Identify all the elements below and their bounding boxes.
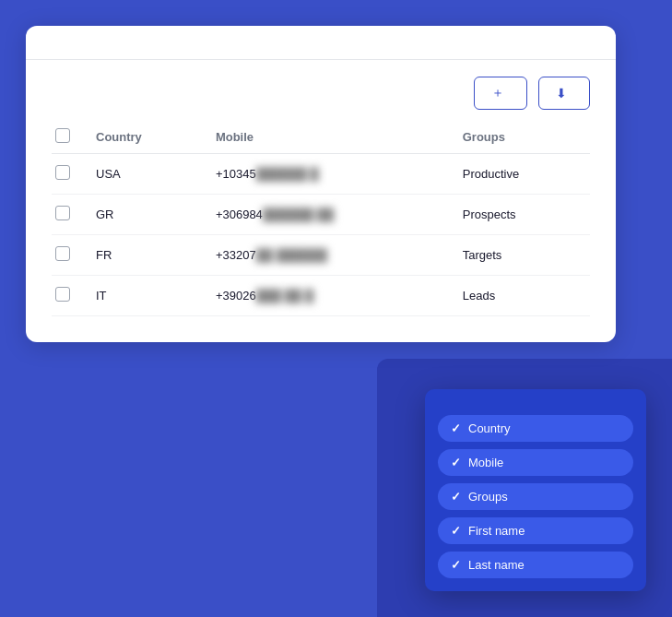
- create-contact-button[interactable]: ＋: [474, 77, 527, 110]
- col-header-mobile: Mobile: [205, 121, 452, 154]
- row-groups: Prospects: [452, 195, 590, 235]
- row-checkbox-cell: [52, 276, 85, 316]
- row-mobile: +33207██ ██████: [205, 235, 452, 276]
- checkmark-icon: ✓: [451, 490, 461, 504]
- row-mobile-blur: ██ ██████: [256, 248, 327, 262]
- checkmark-icon: ✓: [451, 456, 461, 469]
- table-row: FR +33207██ ██████ Targets: [52, 235, 590, 276]
- col-option-label: Last name: [468, 558, 525, 572]
- columns-dropdown: ✓ Country ✓ Mobile ✓ Groups ✓ First name…: [425, 389, 646, 591]
- contacts-card: ＋ ⬇ Country Mobile Groups: [26, 26, 616, 342]
- row-checkbox-0[interactable]: [55, 165, 70, 180]
- row-country: USA: [85, 154, 205, 195]
- row-groups: Targets: [452, 235, 590, 276]
- toolbar: ＋ ⬇: [26, 60, 616, 121]
- row-mobile-blur: ██████ █: [256, 167, 319, 181]
- row-groups: Productive: [452, 154, 590, 195]
- table-header-row: Country Mobile Groups: [52, 121, 590, 154]
- table-row: USA +10345██████ █ Productive: [52, 154, 590, 195]
- row-checkbox-cell: [52, 154, 85, 195]
- col-option-label: First name: [468, 524, 525, 538]
- col-option-first-name[interactable]: ✓ First name: [438, 517, 633, 544]
- row-checkbox-cell: [52, 195, 85, 235]
- row-mobile: +39026███ ██ █: [205, 276, 452, 316]
- col-header-country: Country: [85, 121, 205, 154]
- col-option-label: Groups: [468, 490, 508, 504]
- col-option-label: Country: [468, 421, 511, 435]
- table-area: Country Mobile Groups USA +10345██████ █…: [26, 121, 616, 342]
- table-row: GR +306984██████ ██ Prospects: [52, 195, 590, 235]
- row-checkbox-cell: [52, 235, 85, 276]
- col-option-country[interactable]: ✓ Country: [438, 415, 633, 442]
- table-row: IT +39026███ ██ █ Leads: [52, 276, 590, 316]
- row-country: GR: [85, 195, 205, 235]
- col-option-label: Mobile: [468, 456, 503, 469]
- checkmark-icon: ✓: [451, 524, 461, 538]
- row-mobile-blur: ██████ ██: [263, 208, 334, 221]
- download-csv-button[interactable]: ⬇: [538, 77, 590, 110]
- row-groups: Leads: [452, 276, 590, 316]
- col-option-groups[interactable]: ✓ Groups: [438, 483, 633, 510]
- row-checkbox-1[interactable]: [55, 206, 70, 220]
- select-all-checkbox[interactable]: [55, 128, 70, 143]
- col-option-mobile[interactable]: ✓ Mobile: [438, 449, 633, 476]
- row-country: FR: [85, 235, 205, 276]
- checkmark-icon: ✓: [451, 421, 461, 435]
- card-header: [26, 26, 616, 60]
- col-option-last-name[interactable]: ✓ Last name: [438, 552, 633, 578]
- col-header-groups: Groups: [452, 121, 590, 154]
- row-checkbox-3[interactable]: [55, 287, 70, 302]
- row-mobile: +10345██████ █: [205, 154, 452, 195]
- plus-icon: ＋: [491, 85, 504, 101]
- checkmark-icon: ✓: [451, 558, 461, 572]
- row-country: IT: [85, 276, 205, 316]
- row-checkbox-2[interactable]: [55, 246, 70, 261]
- contacts-table: Country Mobile Groups USA +10345██████ █…: [52, 121, 590, 316]
- row-mobile: +306984██████ ██: [205, 195, 452, 235]
- select-all-header: [52, 121, 85, 154]
- download-icon: ⬇: [556, 86, 567, 101]
- row-mobile-blur: ███ ██ █: [256, 289, 314, 303]
